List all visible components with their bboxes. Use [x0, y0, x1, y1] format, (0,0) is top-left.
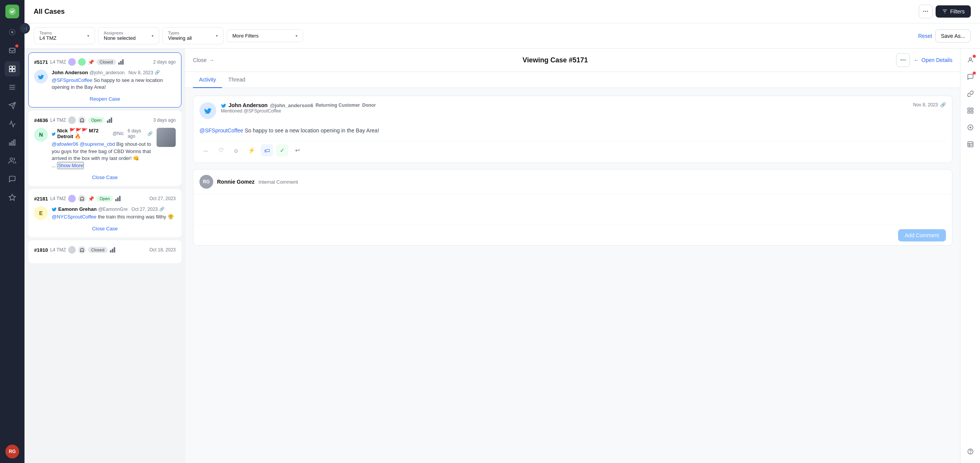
- sidebar-link-icon[interactable]: [964, 87, 977, 101]
- close-case-button[interactable]: Close Case: [34, 172, 176, 180]
- nav-send-icon[interactable]: [5, 98, 20, 113]
- nav-inbox-icon[interactable]: [5, 43, 20, 58]
- priority-bars: [118, 59, 124, 65]
- activity-message: @SFSproutCoffee So happy to see a new lo…: [199, 124, 946, 138]
- svg-rect-3: [13, 66, 15, 69]
- case-content: John Anderson @john_anderson Nov 8, 2023…: [34, 70, 176, 91]
- cases-list: #5171 L4 TMZ 📌 Closed 2 days ago: [24, 49, 185, 463]
- check-icon[interactable]: ✓: [276, 144, 288, 157]
- tag-icon[interactable]: 🏷: [261, 144, 273, 157]
- case-date: Nov 8, 2023: [128, 70, 153, 75]
- sidebar-chat-icon[interactable]: [964, 70, 977, 84]
- save-as-button[interactable]: Save As...: [935, 29, 971, 42]
- viewing-title: Viewing Case #5171: [523, 56, 588, 64]
- sidebar-table-icon[interactable]: [964, 137, 977, 151]
- types-filter[interactable]: Types Viewing all ▾: [162, 27, 224, 44]
- nav-list-icon[interactable]: [5, 80, 20, 95]
- svg-point-14: [10, 158, 13, 161]
- case-time: 2 days ago: [153, 59, 176, 65]
- more-actions-icon[interactable]: ···: [199, 144, 212, 157]
- reply-icon[interactable]: ↩: [291, 144, 304, 157]
- ronnie-gomez-avatar: RG: [199, 175, 213, 189]
- svg-rect-27: [968, 142, 973, 147]
- case-message: @NYCSproutCoffee the train this morning …: [52, 214, 176, 220]
- assigned-avatar: [68, 58, 76, 66]
- case-team: L4 TMZ: [50, 59, 66, 65]
- assigned-avatar2: [78, 58, 86, 66]
- close-case-button[interactable]: Close Case: [34, 223, 176, 232]
- filters-button[interactable]: Filters: [936, 5, 971, 18]
- priority-bars: [110, 247, 115, 253]
- case-username: Nick 🚩🚩🚩 M72 Detroit 🔥: [57, 128, 111, 139]
- sidebar-grid-icon[interactable]: [964, 104, 977, 117]
- right-panel: Close → Viewing Case #5171 ··· ← Open De…: [185, 49, 960, 463]
- reset-button[interactable]: Reset: [918, 33, 932, 39]
- nav-chat-icon[interactable]: [5, 171, 20, 187]
- nav-bar-chart-icon[interactable]: [5, 135, 20, 150]
- svg-rect-20: [968, 108, 970, 110]
- tab-thread[interactable]: Thread: [222, 72, 251, 88]
- headset-avatar: 🎧: [78, 195, 86, 202]
- case-card-1910[interactable]: #1910 L4 TMZ 🎧 Closed Oct 18, 2023: [28, 240, 181, 263]
- case-card-2181[interactable]: #2181 L4 TMZ 🎧 📌 Open Oct 27, 2023 E: [28, 189, 181, 237]
- case-status-badge: Closed: [88, 247, 107, 253]
- bolt-icon[interactable]: ⚡: [245, 144, 258, 157]
- assigned-avatar: [68, 195, 76, 202]
- priority-bars: [107, 117, 112, 123]
- app-logo[interactable]: [5, 5, 19, 18]
- right-panel-header: Close → Viewing Case #5171 ··· ← Open De…: [185, 49, 960, 72]
- activity-tweet-card: John Anderson @john_anderson6 Returning …: [193, 96, 952, 163]
- teams-filter[interactable]: Teams L4 TMZ ▾: [34, 27, 95, 44]
- content-split: #5171 L4 TMZ 📌 Closed 2 days ago: [24, 49, 980, 463]
- case-team: L4 TMZ: [50, 247, 66, 253]
- open-details-button[interactable]: ← Open Details: [914, 57, 952, 63]
- show-more-button[interactable]: Show More: [57, 162, 84, 169]
- assignees-filter[interactable]: Assignees None selected ▾: [98, 27, 159, 44]
- sidebar-profile-icon[interactable]: [964, 53, 977, 67]
- panel-more-options-button[interactable]: ···: [896, 53, 910, 67]
- case-date: 6 days ago: [127, 128, 146, 139]
- case-card-4636[interactable]: #4636 L4 TMZ 🎧 Open 3 days ago N: [28, 111, 181, 186]
- svg-marker-15: [9, 194, 16, 201]
- nav-chart-icon[interactable]: [5, 116, 20, 132]
- svg-rect-2: [10, 66, 12, 69]
- case-content: N Nick 🚩🚩🚩 M72 Detroit 🔥 @Nic 6 days ago…: [34, 128, 176, 169]
- activity-actions: ··· ♡ ☺ ⚡ 🏷 ✓ ↩: [199, 141, 946, 157]
- internal-comment-body[interactable]: [193, 194, 952, 225]
- types-chevron-icon: ▾: [216, 34, 218, 38]
- svg-point-32: [970, 453, 970, 453]
- user-avatar[interactable]: RG: [5, 445, 19, 458]
- tabs-bar: Activity Thread: [185, 72, 960, 88]
- svg-rect-4: [10, 69, 12, 72]
- nav-overview-icon[interactable]: [5, 24, 20, 40]
- svg-rect-5: [13, 69, 15, 72]
- add-comment-button[interactable]: Add Comment: [898, 229, 946, 241]
- more-filters[interactable]: More Filters ▾: [227, 29, 303, 42]
- nav-users-icon[interactable]: [5, 153, 20, 168]
- open-details-arrow-icon: ←: [914, 57, 919, 63]
- close-panel-button[interactable]: Close →: [193, 57, 214, 63]
- nav-collapse-button[interactable]: →|: [19, 23, 30, 34]
- svg-rect-22: [968, 111, 970, 113]
- case-time: Oct 27, 2023: [149, 196, 176, 201]
- heart-icon[interactable]: ♡: [215, 144, 227, 157]
- more-options-button[interactable]: ···: [919, 5, 933, 18]
- nav-cases-icon[interactable]: [5, 61, 20, 77]
- pin-icon: 📌: [88, 196, 94, 202]
- case-handle: @EamonnGre: [98, 207, 127, 212]
- reopen-case-button[interactable]: Reopen Case: [34, 94, 176, 102]
- case-thumbnail: [157, 128, 176, 147]
- case-id: #1910: [34, 247, 48, 253]
- nav-star-icon[interactable]: [5, 190, 20, 205]
- header-actions: ··· Filters: [919, 5, 971, 18]
- priority-bars: [115, 196, 121, 201]
- sidebar-help-icon[interactable]: [964, 445, 977, 458]
- sidebar-add-icon[interactable]: [964, 121, 977, 134]
- internal-comment-card: RG Ronnie Gomez Internal Comment Add Com…: [193, 169, 952, 246]
- case-username: Eamonn Grehan: [58, 206, 96, 212]
- case-card-5171[interactable]: #5171 L4 TMZ 📌 Closed 2 days ago: [28, 52, 181, 108]
- emoji-icon[interactable]: ☺: [230, 144, 242, 157]
- tab-activity[interactable]: Activity: [193, 72, 222, 88]
- case-status-badge: Closed: [96, 59, 116, 65]
- case-status-badge: Open: [96, 196, 113, 202]
